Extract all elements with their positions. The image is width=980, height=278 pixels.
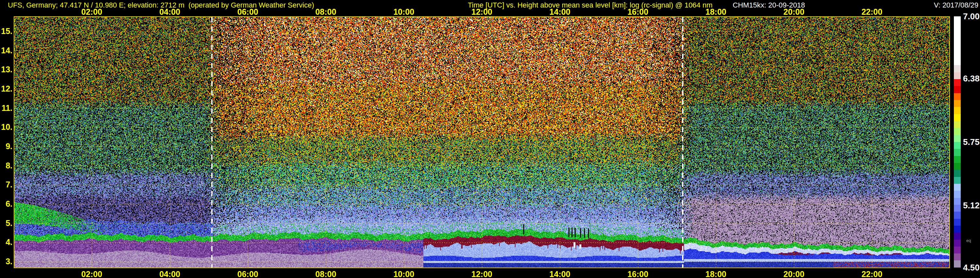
plot-title: Time [UTC] vs. Height above mean sea lev…	[468, 1, 713, 9]
version-label: V: 2017/08/29	[934, 1, 978, 9]
y-tick-label: 15.	[0, 27, 13, 36]
x-tick-label-bottom: 10:00	[393, 270, 414, 278]
x-tick-label-top: 22:00	[861, 7, 882, 17]
colorbar-segment	[954, 219, 961, 226]
y-tick-label: 8.	[0, 161, 13, 170]
x-tick-label-bottom: 12:00	[471, 270, 492, 278]
colorbar-segment	[954, 86, 961, 93]
x-tick-label-bottom: 20:00	[783, 270, 804, 278]
colorbar-segment	[954, 247, 961, 254]
colorbar-segment	[954, 233, 961, 240]
colorbar-segment	[954, 72, 961, 79]
x-tick-label-top: 16:00	[627, 7, 648, 17]
y-tick-label: 11.	[0, 103, 13, 113]
x-tick-label-top: 06:00	[237, 7, 258, 17]
colorbar-segment	[954, 142, 961, 149]
colorbar-segment	[954, 128, 961, 135]
y-tick-label: 12.	[0, 84, 13, 94]
colorbar-segment	[954, 226, 961, 233]
x-tick-label-bottom: 08:00	[315, 270, 336, 278]
colorbar-segment	[954, 30, 961, 37]
plot-area	[14, 16, 950, 268]
colorbar-segment	[954, 121, 961, 128]
colorbar-annotation: eq	[966, 238, 971, 243]
colorbar-segment	[954, 100, 961, 107]
colorbar	[954, 16, 961, 268]
colorbar-segment	[954, 212, 961, 219]
x-tick-label-top: 20:00	[783, 7, 804, 17]
colorbar-segment	[954, 37, 961, 44]
x-tick-label-bottom: 14:00	[549, 270, 570, 278]
colorbar-segment	[954, 260, 961, 267]
y-tick-label: 13.	[0, 65, 13, 74]
colorbar-segment	[954, 177, 961, 184]
colorbar-segment	[954, 51, 961, 58]
y-tick-label: 7.	[0, 180, 13, 189]
colorbar-segment	[954, 79, 961, 86]
colorbar-segment	[954, 114, 961, 121]
y-tick-label: 6.	[0, 199, 13, 209]
colorbar-segment	[954, 254, 961, 260]
colorbar-segment	[954, 170, 961, 177]
colorbar-segment	[954, 44, 961, 51]
x-tick-label-top: 02:00	[81, 7, 102, 17]
x-tick-label-bottom: 18:00	[706, 270, 727, 278]
backscatter-heatmap	[14, 17, 949, 268]
y-tick-label: 10.	[0, 122, 13, 132]
x-tick-label-top: 10:00	[393, 7, 414, 17]
y-tick-label: 9.	[0, 142, 13, 151]
ceilometer-quicklook: { "header": { "station": "UFS, Germany; …	[0, 0, 980, 278]
colorbar-segment	[954, 135, 961, 142]
colorbar-segment	[954, 191, 961, 198]
x-tick-label-top: 18:00	[706, 7, 727, 17]
x-tick-label-top: 08:00	[315, 7, 336, 17]
colorbar-tick-label: 7.00	[963, 11, 980, 22]
colorbar-segment	[954, 23, 961, 30]
y-tick-label: 3.	[0, 257, 13, 266]
colorbar-segment	[954, 163, 961, 170]
y-tick-label: 4.	[0, 238, 13, 247]
x-tick-label-bottom: 06:00	[237, 270, 258, 278]
colorbar-segment	[954, 205, 961, 212]
colorbar-segment	[954, 184, 961, 191]
colorbar-segment	[954, 16, 961, 23]
colorbar-segment	[954, 93, 961, 100]
x-tick-label-top: 14:00	[549, 7, 570, 17]
x-tick-label-bottom: 22:00	[861, 270, 882, 278]
colorbar-segment	[954, 65, 961, 72]
colorbar-segment	[954, 156, 961, 163]
x-tick-label-bottom: 16:00	[627, 270, 648, 278]
x-tick-label-top: 12:00	[471, 7, 492, 17]
y-tick-label: 14.	[0, 46, 13, 55]
colorbar-segment	[954, 149, 961, 156]
colorbar-tick-label: 6.38	[963, 73, 980, 84]
colorbar-tick-label: 5.75	[963, 137, 980, 147]
colorbar-segment	[954, 107, 961, 114]
colorbar-segment	[954, 240, 961, 247]
colorbar-segment	[954, 198, 961, 205]
x-tick-label-bottom: 02:00	[81, 270, 102, 278]
x-tick-label-bottom: 04:00	[159, 270, 180, 278]
y-tick-label: 5.	[0, 219, 13, 228]
x-tick-label-top: 04:00	[159, 7, 180, 17]
colorbar-tick-label: 5.12	[963, 200, 980, 211]
colorbar-segment	[954, 58, 961, 65]
colorbar-tick-label: 4.50	[963, 263, 980, 273]
